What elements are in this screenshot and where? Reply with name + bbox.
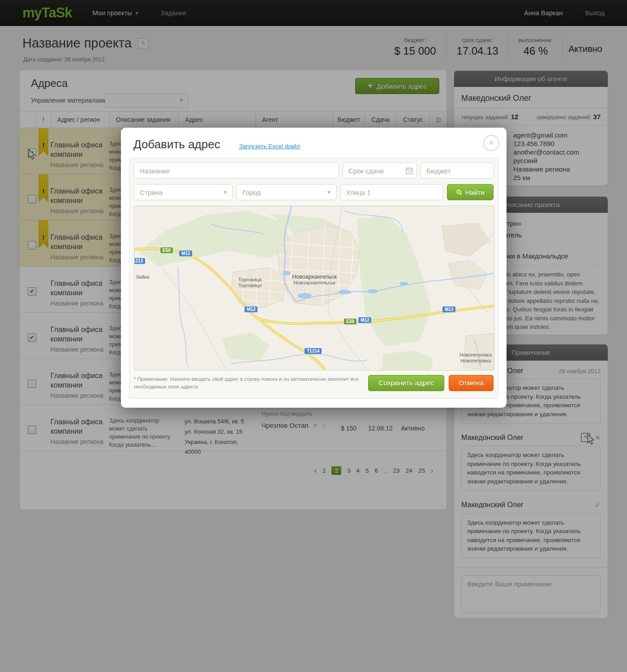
map-canvas — [134, 206, 494, 370]
road-badge: M12 — [179, 250, 192, 256]
road-badge: 1213 — [134, 258, 145, 264]
road-badge: M12 — [245, 306, 258, 312]
excel-upload-link[interactable]: Загрузить Excel файл — [239, 143, 300, 150]
map-town-label: НовопетровкаНовопетрівка — [460, 352, 492, 364]
cancel-button[interactable]: Отмена — [449, 375, 494, 391]
country-select[interactable]: Страна▼ — [134, 184, 233, 200]
map-town-label: ТорговицаТорговиця — [238, 277, 262, 289]
map[interactable]: E50M121213M12E50M12M12T1214ТорговицаТорг… — [134, 206, 494, 370]
modal-footnote: * Примечание: Начните вводить свой адрес… — [134, 375, 360, 391]
modal-title: Добавить адрес — [133, 138, 220, 151]
save-address-button[interactable]: Сохранить адрес — [368, 375, 444, 391]
close-icon[interactable]: ✕ — [483, 135, 499, 151]
add-address-modal: Добавить адрес Загрузить Excel файл ✕ Ст… — [121, 128, 507, 408]
map-town-label: НовоархангельскНовоархангельськ — [292, 274, 337, 286]
city-select[interactable]: Город▼ — [236, 184, 336, 200]
budget-input[interactable] — [421, 163, 494, 179]
road-badge: E50 — [160, 247, 173, 253]
road-badge: E50 — [344, 319, 356, 324]
find-button[interactable]: Найти — [447, 184, 494, 200]
chevron-down-icon: ▼ — [326, 190, 331, 195]
road-badge: M12 — [358, 317, 371, 323]
chevron-down-icon: ▼ — [223, 190, 228, 195]
address-form: Страна▼ Город▼ Найти — [129, 158, 498, 399]
road-badge: T1214 — [305, 348, 322, 354]
map-town-label: байка — [136, 274, 149, 280]
calendar-icon[interactable] — [406, 167, 413, 174]
search-icon — [456, 190, 462, 195]
street-input[interactable] — [340, 184, 443, 200]
address-name-input[interactable] — [134, 163, 339, 179]
road-badge: M12 — [442, 306, 455, 312]
page: myTaSk Мои проекты▼ Задания Анна Варкан … — [0, 0, 627, 672]
